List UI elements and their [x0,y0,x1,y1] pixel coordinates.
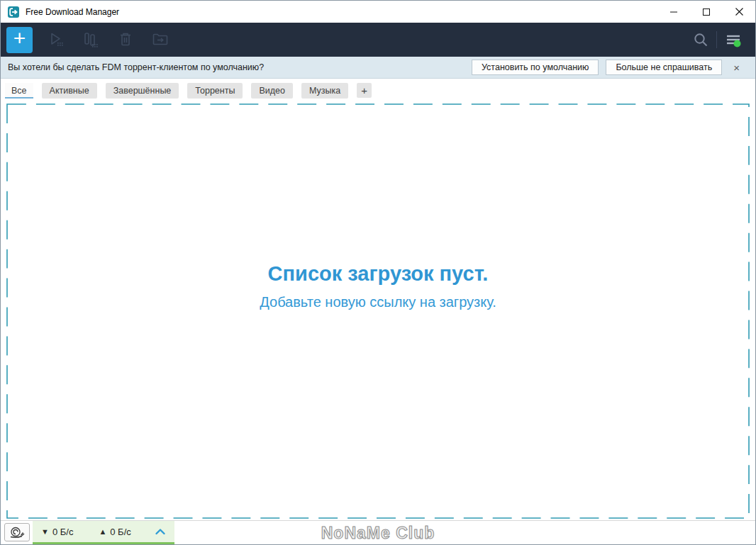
snail-icon [9,526,26,539]
fdm-window: Free Download Manager + [0,0,756,545]
upload-arrow-icon: ▲ [99,527,106,536]
add-download-button[interactable]: + [6,27,33,53]
play-icon [47,30,65,49]
dont-ask-again-button[interactable]: Больше не спрашивать [606,60,722,75]
titlebar: Free Download Manager [1,1,755,23]
start-downloads-button[interactable] [38,23,73,57]
tab-torrents[interactable]: Торренты [187,83,243,99]
folder-arrow-icon [151,30,169,49]
download-speed: ▼ 0 Б/с [41,527,73,537]
filter-tabbar: Все Активные Завершённые Торренты Видео … [1,79,755,102]
pause-downloads-button[interactable] [73,23,108,57]
main-menu-button[interactable] [717,23,750,57]
online-status-dot [734,40,741,47]
tab-all[interactable]: Все [5,83,33,99]
hamburger-menu-icon [725,31,742,48]
notification-close-icon[interactable]: × [733,62,740,73]
speed-panel: ▼ 0 Б/с ▲ 0 Б/с [33,521,174,544]
watermark-text: NoNaMe Club [321,523,435,542]
pause-icon [82,30,100,49]
chevron-up-icon [155,528,166,535]
upload-speed-value: 0 Б/с [110,527,131,537]
tab-completed[interactable]: Завершённые [106,83,179,99]
snail-mode-button[interactable] [4,523,30,541]
tab-video[interactable]: Видео [251,83,293,99]
open-folder-button[interactable] [143,23,177,57]
app-logo-icon [7,6,20,18]
empty-state: Список загрузок пуст. Добавьте новую ссы… [1,262,755,310]
maximize-button[interactable] [690,1,723,23]
main-toolbar: + [1,23,755,57]
expand-speed-panel-button[interactable] [155,528,166,535]
add-tab-button[interactable]: + [357,83,372,98]
upload-speed: ▲ 0 Б/с [99,527,130,537]
search-button[interactable] [685,23,716,57]
window-title: Free Download Manager [26,7,119,17]
notification-message: Вы хотели бы сделать FDM торрент-клиенто… [8,62,264,72]
search-icon [692,31,709,48]
close-button[interactable] [723,1,755,23]
window-controls [657,1,755,23]
plus-icon: + [13,28,26,49]
download-speed-value: 0 Б/с [52,527,74,537]
tab-active[interactable]: Активные [42,83,97,99]
empty-list-subtitle: Добавьте новую ссылку на загрузку. [1,294,755,310]
set-default-button[interactable]: Установить по умолчанию [472,60,599,75]
download-list-area[interactable]: Список загрузок пуст. Добавьте новую ссы… [1,102,755,520]
drop-zone-dashed-border [1,102,755,520]
torrent-default-notification: Вы хотели бы сделать FDM торрент-клиенто… [1,57,755,79]
minimize-button[interactable] [657,1,690,23]
delete-download-button[interactable] [108,23,143,57]
statusbar: ▼ 0 Б/с ▲ 0 Б/с NoNaMe Club [1,520,755,544]
trash-icon [117,31,134,48]
download-arrow-icon: ▼ [41,527,49,536]
empty-list-title: Список загрузок пуст. [1,262,755,286]
toolbar-right-group [685,23,750,57]
tab-music[interactable]: Музыка [301,83,348,99]
